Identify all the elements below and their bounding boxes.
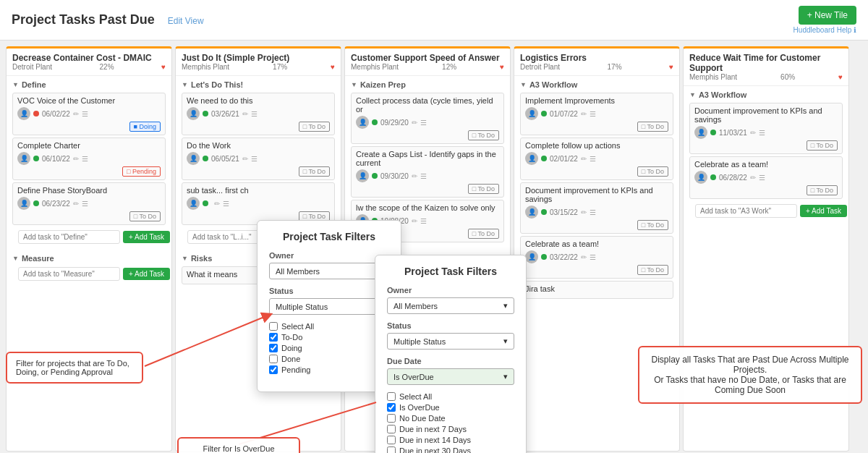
task-status: □ To Do — [525, 166, 668, 177]
status-dot — [33, 200, 39, 206]
new-tile-button[interactable]: + New Tile — [799, 6, 856, 25]
heart-icon-1: ♥ — [161, 63, 166, 71]
status-badge-pending: □ Pending — [122, 166, 161, 177]
task-card: Celebrate as a team! 👤 06/28/22 ✏ ☰ □ To… — [689, 156, 843, 199]
avatar: 👤 — [17, 152, 30, 165]
avatar: 👤 — [356, 116, 369, 129]
status-badge-todo: □ To Do — [468, 130, 499, 140]
heart-icon-3: ♥ — [500, 63, 504, 71]
add-task-row-a3: + Add Task — [689, 201, 843, 221]
task-meta: 👤 01/07/22 ✏ ☰ — [525, 107, 668, 120]
column-4-title: Logistics Errors — [520, 53, 673, 63]
menu-icon: ☰ — [251, 110, 258, 118]
filter-status-dropdown-1[interactable]: Multiple Status ▾ — [269, 298, 389, 315]
status-badge-todo: □ To Do — [299, 166, 330, 177]
status-badge-todo: □ To Do — [807, 140, 838, 151]
column-3-meta: Memphis Plant 12% ♥ — [351, 63, 504, 71]
task-name: Celebrate as a team! — [694, 160, 838, 169]
checkbox-overdue-input[interactable] — [387, 403, 396, 412]
board: Decrease Container Cost - DMAIC Detroit … — [0, 41, 868, 453]
checkbox-select-all-input-2[interactable] — [387, 392, 396, 401]
section-a3-workflow-4: ▼ A3 Workflow Implement Improvements 👤 0… — [514, 76, 679, 304]
status-dot — [541, 111, 547, 117]
chevron-icon: ▼ — [12, 81, 19, 88]
avatar: 👤 — [17, 197, 30, 210]
page-title: Project Tasks Past Due — [12, 12, 155, 27]
add-task-input-a3[interactable] — [695, 204, 797, 218]
status-badge-todo: □ To Do — [129, 211, 161, 221]
checkbox-due-14-input[interactable] — [387, 436, 396, 444]
add-task-input-measure[interactable] — [18, 267, 120, 281]
task-card: VOC Voice of the Customer 👤 06/02/22 ✏ ☰… — [12, 93, 166, 135]
task-meta: 👤 11/03/21 ✏ ☰ — [694, 126, 838, 139]
filter-status-checkboxes-1: Select All To-Do Doing Done Pending — [269, 322, 389, 374]
column-5-header: Reduce Wait Time for Customer Support Me… — [684, 48, 848, 86]
avatar: 👤 — [356, 169, 369, 182]
avatar: 👤 — [525, 206, 538, 219]
task-date: 03/22/22 — [550, 253, 578, 261]
status-dot — [710, 130, 716, 135]
task-card: Document improvement to KPIs and savings… — [689, 103, 843, 154]
task-name: Complete Charter — [17, 141, 161, 150]
checkbox-todo: To-Do — [269, 333, 389, 342]
edit-icon: ✏ — [581, 208, 587, 216]
checkbox-todo-input[interactable] — [269, 333, 278, 342]
task-meta: 👤 06/28/22 ✏ ☰ — [694, 171, 838, 184]
checkbox-select-all: Select All — [269, 322, 389, 331]
checkbox-done-input[interactable] — [269, 355, 278, 363]
menu-icon: ☰ — [82, 155, 88, 163]
task-status: □ To Do — [187, 122, 330, 132]
chevron-icon: ▼ — [12, 255, 19, 262]
add-task-input-define[interactable] — [18, 230, 120, 244]
task-name: Define Phase StoryBoard — [17, 186, 161, 195]
status-dot — [203, 156, 208, 161]
chevron-icon: ▼ — [351, 81, 357, 88]
task-date: 09/29/20 — [380, 119, 409, 127]
checkbox-due-7-input[interactable] — [387, 425, 396, 433]
checkbox-pending-input[interactable] — [269, 365, 278, 374]
menu-icon: ☰ — [82, 200, 88, 208]
task-name: Do the Work — [187, 141, 330, 150]
filter-owner-dropdown-1[interactable]: All Members ▾ — [269, 263, 389, 279]
filter-owner-dropdown-2[interactable]: All Members ▾ — [387, 297, 514, 314]
checkbox-no-due-date-input[interactable] — [387, 414, 396, 423]
task-card: Create a Gaps List - Identify gaps in th… — [351, 146, 504, 198]
task-name: Document improvement to KPIs and savings — [525, 186, 668, 203]
checkbox-doing-input[interactable] — [269, 344, 278, 352]
checkbox-select-all-input[interactable] — [269, 322, 278, 331]
status-dot — [372, 173, 378, 179]
column-2-percent: 17% — [273, 63, 287, 71]
avatar: 👤 — [525, 107, 538, 120]
column-4-percent: 17% — [608, 63, 622, 71]
add-task-button-define[interactable]: + Add Task — [123, 231, 170, 243]
checkbox-due-30-input[interactable] — [387, 446, 396, 453]
huddleboard-help-link[interactable]: Huddleboard Help ℹ — [793, 26, 856, 34]
add-task-button-a3[interactable]: + Add Task — [800, 205, 847, 217]
task-date: 03/15/22 — [550, 208, 578, 216]
edit-icon: ✏ — [242, 155, 248, 163]
column-4-plant: Detroit Plant — [520, 63, 560, 71]
task-name: Create a Gaps List - Identify gaps in th… — [356, 150, 499, 167]
menu-icon: ☰ — [223, 200, 229, 208]
task-meta: 👤 06/05/21 ✏ ☰ — [187, 152, 330, 165]
column-1-body: ▼ Define VOC Voice of the Customer 👤 06/… — [7, 76, 171, 451]
edit-icon: ✏ — [73, 155, 79, 163]
task-meta: 👤 09/29/20 ✏ ☰ — [356, 116, 499, 129]
section-measure-title: ▼ Measure — [12, 253, 166, 264]
checkbox-overdue: Is OverDue — [387, 403, 514, 412]
filter-duedate-dropdown-2[interactable]: Is OverDue ▾ — [387, 368, 514, 385]
task-name: VOC Voice of the Customer — [17, 96, 161, 105]
section-a3-workflow-5: ▼ A3 Workflow Document improvement to KP… — [684, 86, 848, 224]
avatar: 👤 — [694, 171, 707, 184]
edit-icon: ✏ — [214, 200, 220, 208]
status-dot — [372, 119, 378, 125]
add-task-button-measure[interactable]: + Add Task — [123, 268, 170, 280]
edit-view-link[interactable]: Edit View — [168, 16, 204, 26]
column-4-meta: Detroit Plant 17% ♥ — [520, 63, 673, 71]
task-status: □ To Do — [356, 184, 499, 194]
task-status: □ Pending — [17, 166, 161, 177]
filter-duedate-label-2: Due Date — [387, 357, 514, 365]
task-meta: 👤 09/30/20 ✏ ☰ — [356, 169, 499, 182]
filter-status-dropdown-2[interactable]: Multiple Status ▾ — [387, 333, 514, 350]
status-dot — [203, 111, 208, 117]
